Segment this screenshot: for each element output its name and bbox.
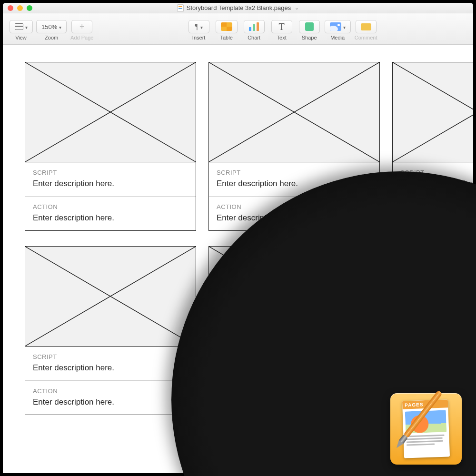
chevron-down-icon: ▾ bbox=[25, 25, 28, 30]
action-section[interactable]: ACTIONEnter description here. bbox=[393, 196, 473, 230]
add-page-label: Add Page bbox=[70, 35, 93, 40]
view-label: View bbox=[15, 35, 27, 40]
chart-button[interactable]: Chart bbox=[242, 20, 267, 40]
svg-line-5 bbox=[393, 62, 473, 162]
script-section[interactable]: SCRIPTEnter description here. bbox=[25, 162, 196, 196]
zoom-label: Zoom bbox=[45, 35, 58, 40]
script-section[interactable]: SCRIPTEnter description here. bbox=[393, 162, 473, 196]
chevron-down-icon: ▾ bbox=[200, 25, 203, 30]
shape-icon bbox=[305, 22, 314, 31]
storyboard-grid: SCRIPTEnter description here.ACTIONEnter… bbox=[25, 62, 473, 415]
action-text[interactable]: Enter description here. bbox=[217, 397, 372, 407]
script-text[interactable]: Enter description here. bbox=[217, 179, 372, 188]
script-heading: SCRIPT bbox=[33, 169, 188, 176]
action-text[interactable]: Enter description here. bbox=[400, 397, 473, 407]
storyboard-cell[interactable]: SCRIPTEnter description here.ACTIONEnter… bbox=[25, 62, 196, 231]
zoom-window-button[interactable] bbox=[27, 5, 32, 11]
storyboard-thumb[interactable] bbox=[25, 247, 196, 347]
action-section[interactable]: ACTIONEnter description here. bbox=[25, 196, 196, 230]
storyboard-cell[interactable]: SCRIPTEnter description here.ACTIONEnter… bbox=[392, 246, 473, 415]
comment-label: Comment bbox=[355, 35, 377, 40]
chart-label: Chart bbox=[248, 35, 260, 40]
svg-line-10 bbox=[393, 247, 473, 346]
action-section[interactable]: ACTIONEnter description here. bbox=[393, 380, 473, 415]
script-heading: SCRIPT bbox=[400, 169, 473, 176]
document-icon bbox=[177, 4, 184, 12]
titlebar: Storyboard Template 3x2 Blank.pages ⌄ bbox=[3, 3, 473, 13]
zoom-button[interactable]: 150%▾ Zoom bbox=[36, 20, 67, 40]
storyboard-thumb[interactable] bbox=[25, 62, 196, 162]
media-label: Media bbox=[330, 35, 345, 40]
script-heading: SCRIPT bbox=[217, 169, 372, 176]
action-heading: ACTION bbox=[217, 387, 372, 395]
action-heading: ACTION bbox=[217, 203, 372, 210]
comment-icon bbox=[361, 23, 371, 30]
script-section[interactable]: SCRIPTEnter description here. bbox=[25, 347, 196, 380]
app-window: Storyboard Template 3x2 Blank.pages ⌄ ▾ … bbox=[3, 3, 473, 473]
close-window-button[interactable] bbox=[8, 5, 13, 11]
table-button[interactable]: Table bbox=[214, 20, 239, 40]
add-page-button[interactable]: + Add Page bbox=[69, 20, 94, 40]
chevron-down-icon: ▾ bbox=[343, 25, 346, 30]
title-dropdown-icon: ⌄ bbox=[295, 5, 299, 11]
action-section[interactable]: ACTIONEnter description here. bbox=[25, 380, 196, 415]
window-title: Storyboard Template 3x2 Blank.pages ⌄ bbox=[3, 4, 473, 12]
view-icon bbox=[15, 23, 23, 30]
action-section[interactable]: ACTIONEnter description here. bbox=[209, 196, 379, 230]
shape-label: Shape bbox=[302, 35, 317, 40]
script-heading: SCRIPT bbox=[217, 353, 372, 360]
text-label: Text bbox=[277, 35, 287, 40]
script-section[interactable]: SCRIPTEnter description here. bbox=[393, 347, 473, 380]
toolbar: ▾ View 150%▾ Zoom + Add Page ¶▾ Insert T… bbox=[3, 13, 473, 45]
window-title-text: Storyboard Template 3x2 Blank.pages bbox=[187, 4, 291, 11]
script-heading: SCRIPT bbox=[400, 353, 473, 360]
minimize-window-button[interactable] bbox=[17, 5, 23, 11]
comment-button[interactable]: Comment bbox=[354, 20, 378, 40]
action-text[interactable]: Enter description here. bbox=[33, 397, 188, 407]
script-section[interactable]: SCRIPTEnter description here. bbox=[209, 162, 379, 196]
script-section[interactable]: SCRIPTEnter description here. bbox=[209, 347, 379, 380]
script-text[interactable]: Enter description here. bbox=[217, 363, 372, 373]
script-text[interactable]: Enter description here. bbox=[33, 363, 188, 373]
action-heading: ACTION bbox=[400, 203, 473, 210]
chevron-down-icon: ▾ bbox=[59, 25, 61, 30]
paragraph-icon: ¶ bbox=[195, 22, 198, 31]
action-text[interactable]: Enter description here. bbox=[400, 213, 473, 223]
action-text[interactable]: Enter description here. bbox=[33, 213, 188, 223]
storyboard-thumb[interactable] bbox=[209, 247, 379, 347]
action-section[interactable]: ACTIONEnter description here. bbox=[209, 380, 379, 415]
storyboard-thumb[interactable] bbox=[393, 62, 473, 162]
insert-button[interactable]: ¶▾ Insert bbox=[187, 20, 211, 40]
insert-label: Insert bbox=[192, 35, 206, 40]
script-heading: SCRIPT bbox=[33, 353, 188, 360]
script-text[interactable]: Enter description here. bbox=[400, 363, 473, 373]
storyboard-cell[interactable]: SCRIPTEnter description here.ACTIONEnter… bbox=[208, 62, 380, 231]
action-heading: ACTION bbox=[33, 387, 188, 395]
table-icon bbox=[221, 22, 232, 31]
view-button[interactable]: ▾ View bbox=[9, 20, 33, 40]
action-text[interactable]: Enter description here. bbox=[217, 213, 372, 223]
storyboard-thumb[interactable] bbox=[393, 247, 473, 347]
action-heading: ACTION bbox=[400, 387, 473, 395]
text-button[interactable]: T Text bbox=[269, 20, 294, 40]
table-label: Table bbox=[220, 35, 232, 40]
script-text[interactable]: Enter description here. bbox=[33, 179, 188, 188]
shape-button[interactable]: Shape bbox=[297, 20, 322, 40]
storyboard-cell[interactable]: SCRIPTEnter description here.ACTIONEnter… bbox=[392, 62, 473, 231]
media-button[interactable]: ▾ Media bbox=[325, 20, 351, 40]
plus-icon: + bbox=[79, 22, 85, 32]
storyboard-cell[interactable]: SCRIPTEnter description here.ACTIONEnter… bbox=[208, 246, 380, 415]
svg-line-11 bbox=[393, 247, 473, 346]
text-icon: T bbox=[279, 21, 285, 32]
media-icon bbox=[330, 22, 341, 31]
storyboard-thumb[interactable] bbox=[209, 62, 379, 162]
toolbar-group-left: ▾ View 150%▾ Zoom + Add Page bbox=[9, 20, 94, 40]
script-text[interactable]: Enter description here. bbox=[400, 179, 473, 188]
storyboard-cell[interactable]: SCRIPTEnter description here.ACTIONEnter… bbox=[25, 246, 196, 415]
svg-line-4 bbox=[393, 62, 473, 162]
document-canvas[interactable]: SCRIPTEnter description here.ACTIONEnter… bbox=[3, 45, 473, 473]
zoom-value: 150% bbox=[41, 23, 57, 30]
chart-icon bbox=[249, 22, 259, 31]
window-controls bbox=[3, 5, 32, 11]
action-heading: ACTION bbox=[33, 203, 188, 210]
